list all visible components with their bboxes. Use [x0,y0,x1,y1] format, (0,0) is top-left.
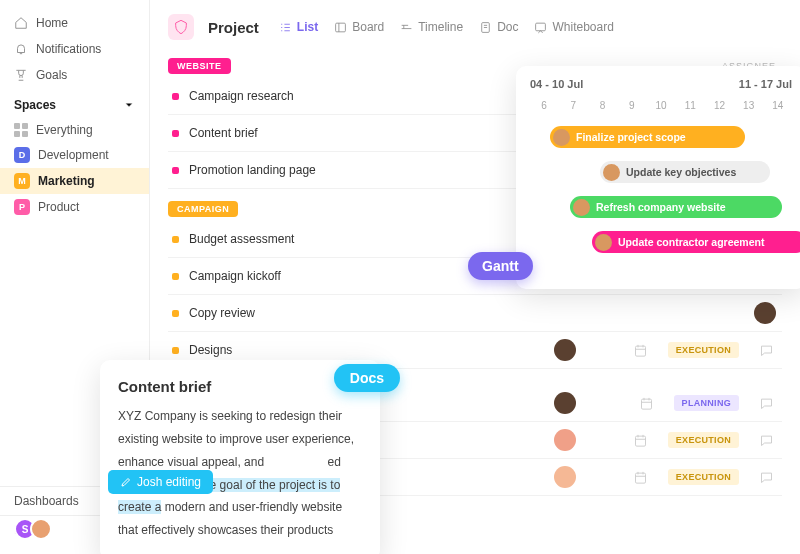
task-status-dot [172,310,179,317]
svg-rect-0 [336,23,346,32]
comment-icon[interactable] [759,433,774,448]
gantt-day: 11 [676,96,704,115]
gantt-bar[interactable]: Update key objectives [600,161,770,183]
calendar-icon[interactable] [639,396,654,411]
project-header: Project ListBoardTimelineDocWhiteboard [168,14,782,40]
task-status-dot [172,93,179,100]
gantt-day: 13 [735,96,763,115]
tab-label: Doc [497,20,518,34]
user-menu[interactable]: S [14,518,52,540]
task-row[interactable]: Copy review [168,295,782,332]
gantt-range-2: 11 - 17 Jul [739,78,792,90]
grid-icon [14,123,28,137]
calendar-icon[interactable] [633,470,648,485]
avatar[interactable] [554,429,576,451]
tab-whiteboard[interactable]: Whiteboard [534,20,613,34]
space-badge: P [14,199,30,215]
chevron-down-icon [123,99,135,111]
sidebar-item-development[interactable]: DDevelopment [0,142,149,168]
svg-rect-2 [536,23,546,31]
task-status-dot [172,236,179,243]
avatar[interactable] [554,339,576,361]
space-badge: D [14,147,30,163]
gantt-day: 8 [588,96,616,115]
gantt-day: 14 [764,96,792,115]
tab-board[interactable]: Board [334,20,384,34]
docs-badge: Docs [334,364,400,392]
project-icon [168,14,194,40]
status-badge[interactable]: EXECUTION [668,432,739,448]
avatar [553,129,570,146]
tab-label: Timeline [418,20,463,34]
status-badge[interactable]: EXECUTION [668,342,739,358]
bell-icon [14,42,28,56]
gantt-day: 7 [559,96,587,115]
tab-label: List [297,20,318,34]
editing-badge: Josh editing [108,470,213,494]
avatar [603,164,620,181]
project-title: Project [208,19,259,36]
tab-timeline[interactable]: Timeline [400,20,463,34]
gantt-bar-label: Update key objectives [626,166,736,178]
gantt-bar-label: Update contractor agreement [618,236,764,248]
nav-trophy[interactable]: Goals [0,62,149,88]
gantt-bar[interactable]: Update contractor agreement [592,231,800,253]
timeline-icon [400,21,413,34]
comment-icon[interactable] [759,343,774,358]
svg-rect-6 [635,473,645,483]
tab-label: Whiteboard [552,20,613,34]
nav-bell[interactable]: Notifications [0,36,149,62]
space-label: Development [38,148,109,162]
tab-doc[interactable]: Doc [479,20,518,34]
gantt-bar[interactable]: Refresh company website [570,196,782,218]
group-tag: CAMPAIGN [168,201,238,217]
gantt-bar-label: Refresh company website [596,201,726,213]
avatar[interactable] [754,302,776,324]
sidebar-item-everything[interactable]: Everything [0,118,149,142]
sidebar-item-product[interactable]: PProduct [0,194,149,220]
list-icon [279,21,292,34]
space-label: Marketing [38,174,95,188]
pencil-icon [120,476,132,488]
trophy-icon [14,68,28,82]
docs-title: Content brief [118,378,362,395]
status-badge[interactable]: EXECUTION [668,469,739,485]
gantt-range-1: 04 - 10 Jul [530,78,583,90]
status-badge[interactable]: PLANNING [674,395,739,411]
whiteboard-icon [534,21,547,34]
calendar-icon[interactable] [633,343,648,358]
group-tag: WEBSITE [168,58,231,74]
user-avatar-2 [30,518,52,540]
gantt-bar[interactable]: Finalize project scope [550,126,745,148]
calendar-icon[interactable] [633,433,648,448]
sidebar-item-marketing[interactable]: MMarketing [0,168,149,194]
gantt-badge: Gantt [468,252,533,280]
space-label: Product [38,200,79,214]
tab-list[interactable]: List [279,20,318,34]
gantt-day: 10 [647,96,675,115]
gantt-panel: Gantt 04 - 10 Jul 11 - 17 Jul 6789101112… [516,66,800,289]
task-status-dot [172,167,179,174]
nav-home[interactable]: Home [0,10,149,36]
space-badge: M [14,173,30,189]
gantt-bar-label: Finalize project scope [576,131,686,143]
docs-panel: Docs Content brief XYZ Company is seekin… [100,360,380,554]
doc-icon [479,21,492,34]
task-status-dot [172,347,179,354]
board-icon [334,21,347,34]
comment-icon[interactable] [759,470,774,485]
svg-rect-5 [635,436,645,446]
avatar [573,199,590,216]
bottom-label: Dashboards [14,494,79,508]
avatar[interactable] [554,466,576,488]
svg-rect-4 [641,399,651,409]
gantt-day: 12 [705,96,733,115]
comment-icon[interactable] [759,396,774,411]
gantt-day: 6 [530,96,558,115]
avatar[interactable] [554,392,576,414]
spaces-header[interactable]: Spaces [0,88,149,118]
gantt-day: 9 [618,96,646,115]
home-icon [14,16,28,30]
avatar [595,234,612,251]
task-name: Designs [189,343,554,357]
